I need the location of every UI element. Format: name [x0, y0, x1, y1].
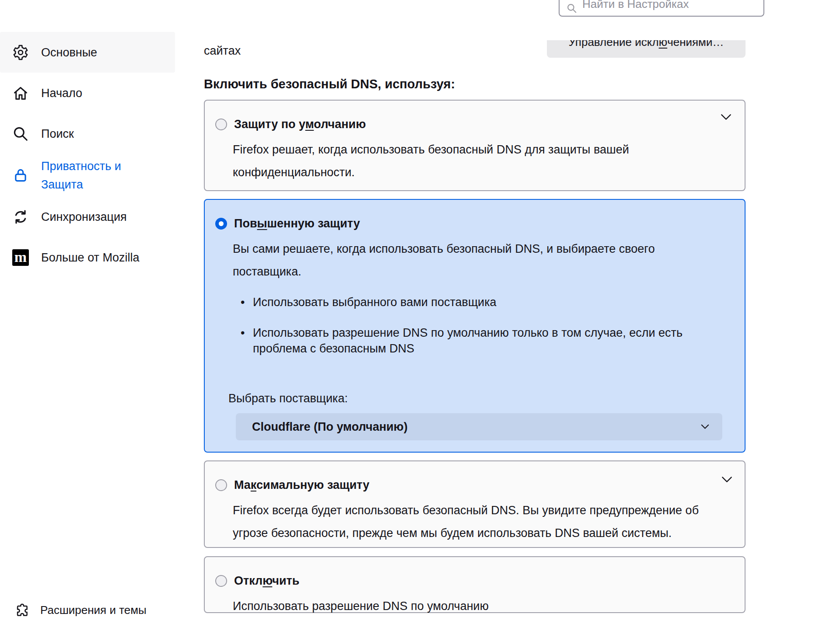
sync-icon — [12, 209, 29, 225]
sidebar-item-general[interactable]: Основные — [0, 32, 175, 73]
chevron-down-icon[interactable] — [721, 476, 732, 483]
option-description: Вы сами решаете, когда использовать безо… — [233, 237, 727, 283]
option-description: Firefox решает, когда использовать безоп… — [233, 138, 727, 184]
benefits-list: Использовать выбранного вами поставщика … — [253, 294, 727, 356]
dns-option-default-protection[interactable]: Защиту по умолчанию Firefox решает, когд… — [204, 100, 746, 191]
chevron-down-icon[interactable] — [721, 114, 732, 120]
sidebar-item-more-from-mozilla[interactable]: m Больше от Mozilla — [0, 237, 175, 278]
radio-max-protection[interactable] — [215, 479, 227, 491]
sidebar-item-label: Синхронизация — [41, 208, 127, 226]
option-title: Защиту по умолчанию — [234, 116, 366, 132]
lock-icon — [12, 167, 29, 184]
radio-off[interactable] — [215, 575, 227, 587]
dns-section-heading: Включить безопасный DNS, используя: — [204, 77, 455, 91]
puzzle-icon — [15, 603, 30, 617]
list-item: Использовать разрешение DNS по умолчанию… — [253, 325, 727, 356]
option-title: Максимальную защиту — [234, 477, 369, 493]
provider-select-label: Выбрать поставщика: — [228, 390, 727, 406]
option-title: Отключить — [234, 573, 299, 589]
provider-select[interactable]: Cloudflare (По умолчанию) — [236, 413, 722, 440]
list-item: Использовать выбранного вами поставщика — [253, 294, 727, 310]
provider-selected-value: Cloudflare (По умолчанию) — [252, 420, 701, 434]
sidebar-item-label: Начало — [41, 84, 82, 102]
sidebar-item-label: Приватность и Защита — [41, 157, 146, 194]
option-title: Повышенную защиту — [234, 216, 360, 231]
sidebar-item-label: Основные — [41, 43, 97, 62]
mozilla-logo-letter: m — [12, 249, 29, 266]
radio-default-protection[interactable] — [215, 119, 227, 130]
search-icon — [12, 126, 29, 142]
dns-option-max-protection[interactable]: Максимальную защиту Firefox всегда будет… — [204, 460, 746, 548]
gear-icon — [12, 44, 29, 61]
mozilla-icon: m — [12, 249, 29, 266]
option-description: Firefox всегда будет использовать безопа… — [233, 499, 727, 544]
dns-option-off[interactable]: Отключить Использовать разрешение DNS по… — [204, 556, 746, 613]
search-icon — [566, 3, 578, 14]
dns-option-increased-protection[interactable]: Повышенную защиту Вы сами решаете, когда… — [204, 199, 746, 453]
option-description: Использовать разрешение DNS по умолчанию — [233, 595, 727, 617]
home-icon — [12, 85, 29, 101]
sidebar-item-label: Больше от Mozilla — [41, 248, 139, 267]
sidebar-item-sync[interactable]: Синхронизация — [0, 196, 175, 237]
sidebar-item-label: Поиск — [41, 125, 74, 143]
top-header — [179, 0, 840, 40]
sidebar-item-privacy-security[interactable]: Приватность и Защита — [0, 154, 175, 196]
sidebar-item-firefox-support[interactable]: ? Поддержка Firefox — [0, 620, 175, 631]
chevron-down-icon — [701, 424, 709, 429]
sidebar-item-search[interactable]: Поиск — [0, 113, 175, 154]
settings-search-input[interactable] — [582, 0, 759, 16]
sidebar-item-label: Расширения и темы — [40, 601, 147, 619]
settings-search-box — [559, 0, 764, 17]
clipped-label-fragment: сайтах — [204, 44, 241, 58]
sidebar-item-home[interactable]: Начало — [0, 73, 175, 113]
settings-sidebar: Основные Начало Поиск Приватность и Защи… — [0, 0, 179, 631]
radio-increased-protection[interactable] — [215, 218, 227, 230]
